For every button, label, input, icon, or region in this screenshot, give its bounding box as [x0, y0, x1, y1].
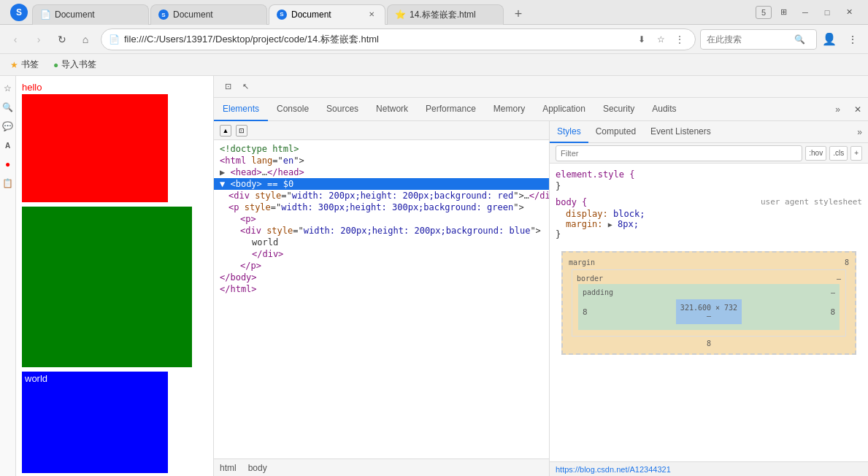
reload-btn[interactable]: ↻	[51, 28, 73, 50]
head-collapse[interactable]: ▶	[220, 167, 225, 177]
sidebar-icon-5[interactable]: ●	[1, 158, 15, 171]
devtools-more-tabs[interactable]: »	[829, 104, 846, 115]
tab-4[interactable]: ⭐ 14.标签嵌套.html	[387, 4, 504, 25]
box-border: border – padding –	[572, 269, 846, 337]
sidebar-icon-4[interactable]: A	[1, 139, 15, 152]
margin-label: margin	[569, 258, 595, 266]
filter-input-wrapper[interactable]	[556, 145, 802, 161]
bookmarks-bar: ★ 书签 ● 导入书签	[0, 54, 868, 76]
devtools-cursor-btn[interactable]: ↖	[237, 79, 253, 95]
content-dash: –	[707, 312, 711, 320]
breadcrumb-body[interactable]: body	[248, 463, 267, 473]
devtools-close-btn[interactable]: ✕	[848, 99, 868, 120]
sidebar-icon-6[interactable]: 📋	[1, 177, 15, 190]
maximize-btn[interactable]: □	[817, 2, 837, 23]
tab-2-favicon: S	[158, 9, 169, 20]
styles-filter: :hov .cls +	[550, 143, 868, 164]
devtools-tab-console[interactable]: Console	[268, 98, 318, 121]
devtools: ⊡ ↖ Elements Console Sources Network Per…	[213, 76, 868, 476]
tab-4-title: 14.标签嵌套.html	[410, 9, 496, 21]
html-line-p[interactable]: <p>	[214, 213, 549, 225]
minimize-btn[interactable]: ─	[795, 2, 815, 23]
box-padding: padding – 8 321.600 × 732	[578, 284, 840, 330]
blue-box	[22, 385, 168, 473]
p-green-tag: <p	[228, 202, 239, 212]
styles-tab-computed[interactable]: Computed	[588, 121, 643, 143]
filter-toggle-hov[interactable]: :hov	[805, 146, 826, 161]
extensions-btn[interactable]: ⊞	[773, 2, 794, 23]
home-btn[interactable]: ⌂	[74, 28, 96, 50]
bookmark-green-icon: ●	[53, 60, 58, 70]
devtools-tab-network[interactable]: Network	[367, 98, 417, 121]
tab-3[interactable]: S Document ✕	[269, 4, 385, 25]
filter-toggle-cls[interactable]: .cls	[829, 146, 848, 161]
html-panel-icon-1[interactable]: ▲	[220, 125, 231, 137]
devtools-tab-audits[interactable]: Audits	[643, 98, 685, 121]
blue-box-wrapper: world	[22, 372, 168, 473]
user-icon[interactable]: 👤	[818, 28, 840, 50]
sidebar-icon-1[interactable]: ☆	[1, 82, 15, 95]
devtools-tabs: Elements Console Sources Network Perform…	[214, 98, 868, 121]
devtools-tab-application[interactable]: Application	[534, 98, 594, 121]
html-line-world[interactable]: world	[214, 237, 549, 248]
styles-tab-event-listeners[interactable]: Event Listeners	[643, 121, 718, 143]
devtools-tab-elements[interactable]: Elements	[214, 98, 268, 121]
search-input[interactable]	[707, 34, 794, 45]
forward-btn[interactable]: ›	[28, 28, 50, 50]
html-line-body-close[interactable]: </body>	[214, 272, 549, 283]
body-tag: <body>	[230, 179, 261, 189]
bookmark-1[interactable]: ★ 书签	[7, 57, 42, 72]
styles-more-btn[interactable]: »	[851, 127, 868, 137]
html-line-p-green[interactable]: <p style="width: 300px;height: 300px;bac…	[214, 201, 549, 213]
tabs-count[interactable]: 5	[756, 6, 772, 19]
html-line-doctype[interactable]: <!doctype html>	[214, 143, 549, 155]
devtools-tab-performance[interactable]: Performance	[417, 98, 485, 121]
menu-icon[interactable]: ⋮	[842, 28, 864, 50]
html-line-html[interactable]: <html lang="en">	[214, 155, 549, 166]
filter-toggle-add[interactable]: +	[850, 146, 862, 161]
star-icon[interactable]: ☆	[653, 31, 669, 47]
body-prop-margin: margin: ▶ 8px;	[556, 219, 862, 229]
body-rule-header: body { user agent stylesheet	[556, 197, 862, 209]
html-line-p-close[interactable]: </p>	[214, 260, 549, 272]
devtools-dock-btn[interactable]: ⊡	[220, 79, 236, 95]
green-box	[22, 207, 192, 367]
devtools-tab-sources[interactable]: Sources	[318, 98, 367, 121]
html-line-html-close[interactable]: </html>	[214, 283, 549, 295]
tab-4-favicon: ⭐	[395, 9, 405, 20]
box-model: margin 8 border –	[561, 251, 856, 355]
search-box[interactable]: 🔍	[700, 29, 817, 50]
new-tab-button[interactable]: +	[508, 4, 529, 25]
filter-input[interactable]	[561, 149, 797, 158]
style-rule-element: element.style { }	[556, 169, 862, 191]
tab-3-title: Document	[291, 9, 363, 20]
html-line-head[interactable]: ▶ <head>…</head>	[214, 166, 549, 178]
tab-3-close[interactable]: ✕	[366, 9, 377, 20]
html-panel-content: <!doctype html> <html lang="en"> ▶ <head…	[214, 140, 549, 458]
breadcrumb-html[interactable]: html	[220, 463, 237, 473]
devtools-tab-memory[interactable]: Memory	[485, 98, 534, 121]
devtools-tab-security[interactable]: Security	[594, 98, 643, 121]
html-line-div-blue[interactable]: <div style="width: 200px;height: 200px;b…	[214, 225, 549, 237]
more-icon[interactable]: ⋮	[672, 31, 688, 47]
sidebar-icon-2[interactable]: 🔍	[1, 101, 15, 114]
html-line-div-close[interactable]: </div>	[214, 248, 549, 260]
styles-tab-styles[interactable]: Styles	[550, 121, 588, 143]
html-panel-icon-2[interactable]: ⊡	[236, 125, 247, 137]
download-icon[interactable]: ⬇	[634, 31, 650, 47]
page-content: hello world	[16, 76, 213, 476]
body-collapse[interactable]: ▼	[220, 179, 225, 189]
bookmark-2[interactable]: ● 导入书签	[50, 57, 99, 72]
padding-value: –	[831, 288, 835, 296]
lang-value: en	[283, 156, 293, 166]
sidebar-icon-3[interactable]: 💬	[1, 120, 15, 133]
page-hello: hello	[22, 82, 207, 93]
html-line-body[interactable]: ▼ <body> == $0	[214, 178, 549, 190]
back-btn[interactable]: ‹	[4, 28, 26, 50]
tab-2[interactable]: S Document	[150, 4, 267, 25]
html-line-div-red[interactable]: <div style="width: 200px;height: 200px;b…	[214, 190, 549, 201]
devtools-status-bar: https://blog.csdn.net/A12344321	[550, 461, 868, 476]
close-btn[interactable]: ✕	[839, 2, 859, 23]
search-submit-icon[interactable]: 🔍	[794, 34, 805, 45]
tab-1[interactable]: 📄 Document	[32, 4, 149, 25]
